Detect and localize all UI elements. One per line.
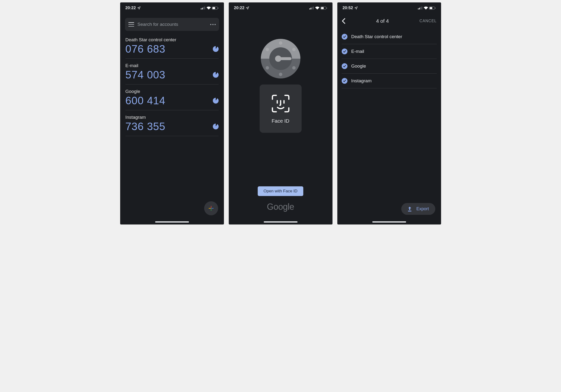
svg-rect-6 <box>218 8 218 9</box>
check-icon[interactable] <box>342 34 347 40</box>
svg-rect-34 <box>420 7 421 10</box>
svg-rect-23 <box>278 57 291 60</box>
back-icon[interactable] <box>342 18 345 24</box>
svg-rect-3 <box>204 7 205 10</box>
export-button-label: Export <box>416 206 429 211</box>
export-account-list: Death Star control center E-mail Google … <box>337 29 441 88</box>
countdown-icon <box>213 98 219 104</box>
countdown-icon <box>213 124 219 129</box>
status-icons <box>309 7 327 10</box>
plus-icon <box>208 206 214 211</box>
export-item-label: E-mail <box>351 49 364 54</box>
countdown-icon <box>213 72 219 78</box>
account-item[interactable]: E-mail 574 003 <box>126 59 219 85</box>
export-item[interactable]: E-mail <box>342 44 437 59</box>
battery-icon <box>212 7 219 10</box>
home-indicator[interactable] <box>264 221 298 223</box>
account-name: Death Star control center <box>126 37 219 43</box>
export-item[interactable]: Google <box>342 59 437 74</box>
account-item[interactable]: Google 600 414 <box>126 85 219 110</box>
svg-rect-1 <box>202 8 203 10</box>
svg-rect-2 <box>203 7 204 10</box>
svg-rect-12 <box>311 8 311 10</box>
export-item-label: Google <box>351 64 366 69</box>
svg-point-27 <box>292 66 296 69</box>
export-accounts-screen: 20:52 4 of 4 CANCEL Death Star control c… <box>337 2 441 225</box>
faceid-label: Face ID <box>272 118 290 124</box>
nav-bar: 4 of 4 CANCEL <box>337 11 441 29</box>
account-name: Google <box>126 89 219 94</box>
svg-point-26 <box>266 48 269 51</box>
svg-point-24 <box>279 41 282 45</box>
faceid-icon <box>270 93 291 114</box>
menu-icon[interactable] <box>128 22 134 27</box>
add-account-button[interactable] <box>204 201 218 215</box>
faceid-prompt: Face ID <box>260 85 302 133</box>
battery-icon <box>320 7 327 10</box>
svg-point-28 <box>266 66 269 69</box>
svg-rect-11 <box>309 9 310 10</box>
export-item[interactable]: Death Star control center <box>342 29 437 44</box>
more-icon[interactable] <box>210 24 216 25</box>
svg-point-25 <box>292 48 296 51</box>
export-item-label: Instagram <box>351 78 372 84</box>
svg-rect-9 <box>211 208 211 211</box>
svg-rect-39 <box>408 211 411 211</box>
location-icon <box>246 6 249 10</box>
home-indicator[interactable] <box>155 221 189 223</box>
svg-rect-35 <box>421 7 422 10</box>
status-icons <box>201 7 219 10</box>
page-title: 4 of 4 <box>376 18 389 24</box>
account-name: E-mail <box>126 63 219 68</box>
svg-rect-16 <box>321 7 324 9</box>
status-bar: 20:22 <box>229 4 333 11</box>
cellular-icon <box>418 7 423 10</box>
status-time: 20:52 <box>343 6 353 10</box>
open-with-faceid-button[interactable]: Open with Face ID <box>258 186 303 196</box>
check-icon[interactable] <box>342 63 347 69</box>
home-indicator[interactable] <box>372 221 406 223</box>
account-item[interactable]: Death Star control center 076 683 <box>126 33 219 59</box>
svg-rect-8 <box>211 208 214 208</box>
svg-rect-13 <box>312 7 313 10</box>
search-input[interactable] <box>138 22 207 27</box>
export-button[interactable]: Export <box>401 203 435 215</box>
svg-rect-14 <box>313 7 314 10</box>
wifi-icon <box>424 7 428 10</box>
status-bar: 20:52 <box>337 4 441 11</box>
wifi-icon <box>206 7 211 10</box>
cellular-icon <box>309 7 314 10</box>
svg-rect-37 <box>430 7 432 9</box>
search-bar[interactable] <box>125 18 219 31</box>
totp-code: 574 003 <box>126 69 165 81</box>
totp-code: 076 683 <box>126 43 165 55</box>
svg-point-29 <box>279 73 282 76</box>
battery-icon <box>429 7 436 10</box>
status-time: 20:22 <box>126 6 136 10</box>
account-list: Death Star control center 076 683 E-mail… <box>120 33 224 136</box>
export-item[interactable]: Instagram <box>342 74 437 88</box>
status-bar: 20:22 <box>120 4 224 11</box>
svg-rect-10 <box>209 208 211 208</box>
totp-code: 600 414 <box>126 95 165 107</box>
authenticator-lock-screen: 20:22 <box>229 2 333 225</box>
location-icon <box>355 6 358 10</box>
check-icon[interactable] <box>342 49 347 54</box>
authenticator-codes-screen: 20:22 Death Star control center 076 683 … <box>120 2 224 225</box>
upload-icon <box>408 207 412 211</box>
svg-rect-33 <box>419 8 420 10</box>
cancel-button[interactable]: CANCEL <box>420 19 437 23</box>
account-name: Instagram <box>126 115 219 120</box>
svg-rect-32 <box>418 9 419 10</box>
account-item[interactable]: Instagram 736 355 <box>126 110 219 136</box>
cellular-icon <box>201 7 205 10</box>
status-icons <box>418 7 436 10</box>
svg-rect-0 <box>201 9 202 10</box>
svg-rect-38 <box>435 8 435 9</box>
svg-rect-5 <box>212 7 215 9</box>
google-wordmark: Google <box>267 202 294 212</box>
countdown-icon <box>213 46 219 52</box>
check-icon[interactable] <box>342 78 347 84</box>
wifi-icon <box>315 7 319 10</box>
location-icon <box>137 6 141 10</box>
